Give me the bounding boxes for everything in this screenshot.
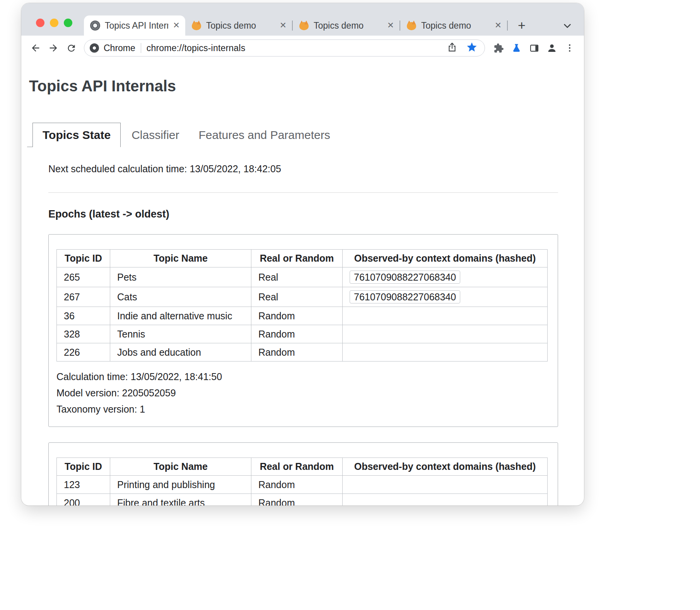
topic-name-cell: Indie and alternative music [110, 307, 251, 325]
real-or-random-cell: Random [251, 476, 343, 494]
chrome-page-favicon-icon [90, 21, 100, 31]
traffic-lights [36, 19, 72, 27]
epoch-table: Topic IDTopic NameReal or RandomObserved… [56, 249, 548, 362]
topic-id-cell: 328 [57, 325, 110, 343]
new-tab-button[interactable]: + [514, 17, 529, 33]
model-version: Model version: 2205052059 [56, 385, 548, 401]
side-panel-button[interactable] [525, 39, 543, 57]
tab-features-and-parameters[interactable]: Features and Parameters [190, 123, 339, 147]
page-tab-bar: Topics State Classifier Features and Par… [27, 123, 584, 147]
next-calculation-time: Next scheduled calculation time: 13/05/2… [48, 163, 558, 175]
topic-id-cell: 226 [57, 343, 110, 362]
real-or-random-cell: Random [251, 325, 343, 343]
profile-icon [546, 43, 557, 53]
tab-search-chevron-icon [562, 20, 573, 32]
back-icon [30, 43, 41, 53]
epoch-panel-older: Topic IDTopic NameReal or RandomObserved… [48, 442, 558, 505]
observed-domains-cell: 7610709088227068340 [343, 287, 548, 307]
chrome-logo-icon [90, 43, 99, 53]
topic-row: 328TennisRandom [57, 325, 548, 343]
column-header: Real or Random [251, 458, 343, 476]
epochs-heading: Epochs (latest -> oldest) [48, 208, 558, 220]
browser-tab-topics-demo-1[interactable]: Topics demo × [185, 15, 292, 36]
browser-toolbar: Chrome chrome://topics-internals [21, 36, 584, 60]
tab-separator [507, 21, 508, 31]
real-or-random-cell: Real [251, 287, 343, 307]
topic-id-cell: 36 [57, 307, 110, 325]
observed-domains-cell: 7610709088227068340 [343, 267, 548, 287]
browser-tab-topics-demo-2[interactable]: Topics demo × [293, 15, 400, 36]
topic-name-cell: Printing and publishing [110, 476, 251, 494]
column-header: Observed-by context domains (hashed) [343, 250, 548, 267]
topic-row: 36Indie and alternative musicRandom [57, 307, 548, 325]
forward-icon [48, 43, 59, 53]
chrome-labs-button[interactable] [507, 39, 525, 57]
column-header: Topic ID [57, 250, 110, 267]
real-or-random-cell: Random [251, 494, 343, 506]
browser-tab-topics-demo-3[interactable]: Topics demo × [400, 15, 507, 36]
real-or-random-cell: Random [251, 307, 343, 325]
observed-domains-cell [343, 494, 548, 506]
observed-domains-cell [343, 476, 548, 494]
menu-icon [565, 43, 575, 53]
forward-button[interactable] [44, 39, 62, 57]
tab-close-icon[interactable]: × [385, 20, 396, 31]
topic-name-cell: Jobs and education [110, 343, 251, 362]
topic-name-cell: Cats [110, 287, 251, 307]
zoom-window-button[interactable] [64, 19, 72, 27]
column-header: Real or Random [251, 250, 343, 267]
domain-hash-chip: 7610709088227068340 [350, 271, 460, 284]
site-info-chip[interactable]: Chrome [90, 43, 135, 53]
tab-classifier[interactable]: Classifier [123, 123, 188, 147]
topic-row: 265PetsReal7610709088227068340 [57, 267, 548, 287]
close-window-button[interactable] [36, 19, 44, 27]
topic-row: 200Fibre and textile artsRandom [57, 494, 548, 506]
tab-strip: Topics API Internals × Topics demo × Top… [21, 3, 584, 36]
url-text: chrome://topics-internals [147, 43, 246, 53]
bookmark-star-icon [466, 41, 478, 53]
reload-button[interactable] [62, 39, 80, 57]
chip-divider [141, 43, 141, 53]
topic-name-cell: Fibre and textile arts [110, 494, 251, 506]
real-or-random-cell: Random [251, 343, 343, 362]
header-row: Topic IDTopic NameReal or RandomObserved… [57, 250, 548, 267]
epoch-table: Topic IDTopic NameReal or RandomObserved… [56, 458, 548, 505]
omnibox-actions [447, 41, 478, 55]
address-bar[interactable]: Chrome chrome://topics-internals [84, 39, 485, 57]
tab-close-icon[interactable]: × [492, 20, 504, 31]
calculation-time: Calculation time: 13/05/2022, 18:41:50 [56, 368, 548, 385]
profile-button[interactable] [543, 39, 561, 57]
browser-tab-topics-internals[interactable]: Topics API Internals × [84, 15, 185, 36]
topic-name-cell: Pets [110, 267, 251, 287]
share-button[interactable] [447, 42, 458, 54]
column-header: Topic ID [57, 458, 110, 476]
tab-close-icon[interactable]: × [171, 20, 182, 31]
bookmark-button[interactable] [466, 41, 478, 55]
tab-title: Topics demo [314, 21, 382, 31]
topic-id-cell: 265 [57, 267, 110, 287]
tab-topics-state[interactable]: Topics State [32, 123, 121, 147]
share-icon [447, 42, 458, 53]
observed-domains-cell [343, 325, 548, 343]
extensions-button[interactable] [490, 39, 507, 57]
labs-flask-icon [511, 43, 522, 53]
browser-menu-button[interactable] [561, 39, 579, 57]
tab-close-icon[interactable]: × [277, 20, 289, 31]
epoch-panel-latest: Topic IDTopic NameReal or RandomObserved… [48, 234, 558, 427]
tab-search-button[interactable] [562, 20, 573, 32]
column-header: Observed-by context domains (hashed) [343, 458, 548, 476]
browser-window: Topics API Internals × Topics demo × Top… [21, 3, 584, 505]
domain-hash-chip: 7610709088227068340 [350, 290, 460, 303]
reload-icon [66, 43, 77, 53]
minimize-window-button[interactable] [50, 19, 58, 27]
observed-domains-cell [343, 307, 548, 325]
topic-row: 267CatsReal7610709088227068340 [57, 287, 548, 307]
header-row: Topic IDTopic NameReal or RandomObserved… [57, 458, 548, 476]
epoch-metadata: Calculation time: 13/05/2022, 18:41:50 M… [56, 368, 548, 417]
cat-favicon-icon [406, 21, 417, 31]
back-button[interactable] [27, 39, 44, 57]
real-or-random-cell: Real [251, 267, 343, 287]
topic-row: 226Jobs and educationRandom [57, 343, 548, 362]
tab-title: Topics API Internals [105, 21, 168, 31]
site-label: Chrome [104, 43, 135, 53]
